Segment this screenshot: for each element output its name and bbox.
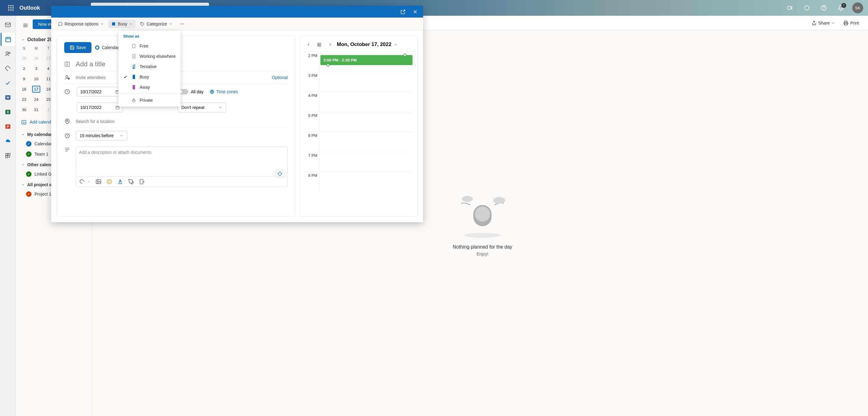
rail-mail[interactable]: [1, 18, 15, 31]
rail-onedrive[interactable]: [1, 134, 15, 148]
chevron-down-icon[interactable]: [87, 180, 91, 184]
empty-illustration: [452, 190, 513, 238]
prev-day-button[interactable]: [304, 40, 313, 49]
rail-excel[interactable]: X: [1, 105, 15, 119]
today-button[interactable]: [315, 40, 323, 49]
popout-button[interactable]: [398, 6, 408, 17]
insert-button[interactable]: [139, 179, 145, 185]
calendar-checkbox[interactable]: ✓: [26, 141, 31, 147]
avatar[interactable]: SK: [852, 2, 863, 13]
calendar-day[interactable]: 17: [29, 84, 43, 94]
svg-point-58: [133, 56, 134, 57]
time-row[interactable]: 3 PM: [304, 72, 414, 92]
time-label: 5 PM: [304, 112, 319, 132]
more-options-button[interactable]: [177, 20, 188, 28]
calendar-checkbox[interactable]: ✓: [26, 151, 31, 157]
time-row[interactable]: 8 PM: [304, 172, 414, 192]
time-row[interactable]: 5 PM: [304, 112, 414, 132]
close-button[interactable]: [410, 6, 421, 17]
app-launcher-button[interactable]: [5, 2, 17, 14]
calendar-day[interactable]: 24: [29, 94, 43, 104]
reminder-select[interactable]: 15 minutes before: [76, 131, 127, 140]
dropdown-item-tentative[interactable]: Tentative: [118, 61, 181, 72]
calendar-day[interactable]: 31: [29, 105, 43, 115]
resize-handle-bottom[interactable]: [327, 64, 330, 67]
svg-point-46: [67, 120, 68, 122]
calendar-day[interactable]: 30: [20, 105, 28, 115]
location-input[interactable]: [76, 119, 288, 124]
calendar-checkbox[interactable]: ✓: [26, 191, 31, 197]
svg-point-11: [805, 6, 809, 10]
rail-more-apps[interactable]: [1, 149, 15, 162]
calendar-day[interactable]: 26: [29, 53, 43, 63]
start-date-input[interactable]: 10/17/2022: [77, 87, 123, 97]
svg-point-62: [133, 86, 134, 87]
show-as-button[interactable]: Busy: [108, 20, 136, 28]
dropdown-item-private[interactable]: Private: [118, 95, 181, 105]
dropdown-item-free[interactable]: Free: [118, 41, 181, 51]
help-button[interactable]: [818, 2, 829, 13]
next-day-button[interactable]: [326, 40, 334, 49]
format-button[interactable]: [117, 179, 123, 185]
print-button[interactable]: Print: [840, 19, 862, 27]
chevron-down-icon: [100, 22, 104, 26]
notifications-button[interactable]: 7: [835, 2, 846, 13]
calendar-checkbox[interactable]: ✓: [26, 171, 31, 177]
dropdown-header: Show as: [118, 31, 181, 41]
resize-handle-top[interactable]: [403, 54, 406, 57]
calendar-day[interactable]: 9: [20, 74, 28, 84]
chevron-down-icon[interactable]: [394, 43, 397, 46]
time-row[interactable]: 6 PM: [304, 132, 414, 152]
rail-word[interactable]: W: [1, 91, 15, 104]
lock-icon: [132, 98, 136, 102]
description-input[interactable]: Add a description or attach documents: [76, 147, 288, 177]
title-icon[interactable]: [64, 61, 71, 67]
elsewhere-status-icon: [132, 54, 136, 58]
time-grid[interactable]: 2 PM3 PM4 PM5 PM6 PM7 PM8 PM 2:00 PM - 2…: [304, 52, 414, 192]
empty-title: Nothing planned for the day: [453, 244, 513, 250]
all-day-toggle[interactable]: All day: [178, 89, 204, 94]
rail-powerpoint[interactable]: P: [1, 120, 15, 133]
dropdown-item-away[interactable]: Away: [118, 82, 181, 92]
emoji-button[interactable]: [106, 179, 112, 185]
hamburger-button[interactable]: [20, 20, 31, 31]
svg-text:W: W: [6, 96, 9, 99]
categorize-button[interactable]: Categorize: [137, 20, 176, 28]
day-status-button[interactable]: [801, 2, 812, 13]
insert-image-button[interactable]: [95, 179, 101, 185]
globe-icon: [210, 89, 214, 94]
end-date-input[interactable]: 10/17/2022: [77, 103, 123, 112]
share-button[interactable]: Share: [809, 19, 838, 27]
teams-call-button[interactable]: [784, 2, 795, 13]
response-options-button[interactable]: Response options: [55, 20, 107, 28]
title-input[interactable]: [76, 60, 288, 68]
attach-button[interactable]: [79, 179, 85, 185]
calendar-day[interactable]: 16: [20, 84, 28, 94]
rail-people[interactable]: [1, 47, 15, 61]
svg-rect-25: [8, 154, 10, 155]
dropdown-item-busy[interactable]: Busy: [118, 72, 181, 82]
rail-calendar[interactable]: [1, 33, 15, 46]
calendar-day[interactable]: 10: [29, 74, 43, 84]
calendar-day[interactable]: 3: [29, 64, 43, 73]
svg-rect-64: [133, 100, 135, 102]
svg-point-13: [824, 9, 824, 9]
time-row[interactable]: 4 PM: [304, 92, 414, 112]
rail-todo[interactable]: [1, 76, 15, 90]
calendar-day[interactable]: 23: [20, 94, 28, 104]
svg-point-1: [10, 5, 11, 6]
time-zones-link[interactable]: Time zones: [210, 89, 238, 94]
calendar-day[interactable]: 2: [20, 64, 28, 73]
editor-hint-button[interactable]: [275, 170, 284, 178]
save-button[interactable]: Save: [64, 42, 91, 53]
optional-link[interactable]: Optional: [272, 75, 288, 80]
calendar-day[interactable]: 25: [20, 53, 28, 63]
time-row[interactable]: 7 PM: [304, 152, 414, 172]
time-label: 6 PM: [304, 132, 319, 152]
svg-rect-34: [112, 22, 115, 26]
rail-files[interactable]: [1, 62, 15, 75]
dropdown-item-elsewhere[interactable]: Working elsewhere: [118, 51, 181, 61]
draw-button[interactable]: [128, 179, 134, 185]
event-block[interactable]: 2:00 PM - 2:30 PM: [320, 55, 412, 65]
repeat-select[interactable]: Don't repeat: [178, 103, 226, 112]
